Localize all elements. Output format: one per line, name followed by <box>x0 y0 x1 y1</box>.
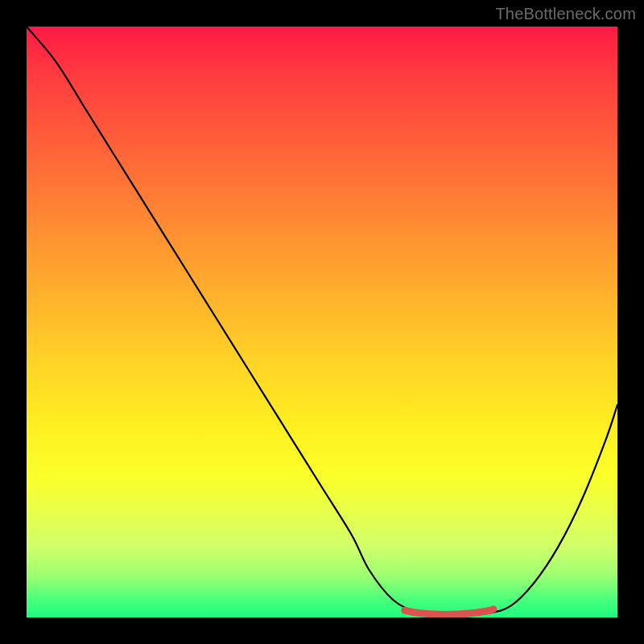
chart-svg <box>27 27 617 617</box>
plot-area <box>27 27 617 617</box>
optimal-range-marker-path <box>405 609 493 615</box>
watermark-label: TheBottleneck.com <box>495 5 636 23</box>
chart-frame: TheBottleneck.com <box>0 0 644 644</box>
bottleneck-curve-path <box>27 27 617 615</box>
